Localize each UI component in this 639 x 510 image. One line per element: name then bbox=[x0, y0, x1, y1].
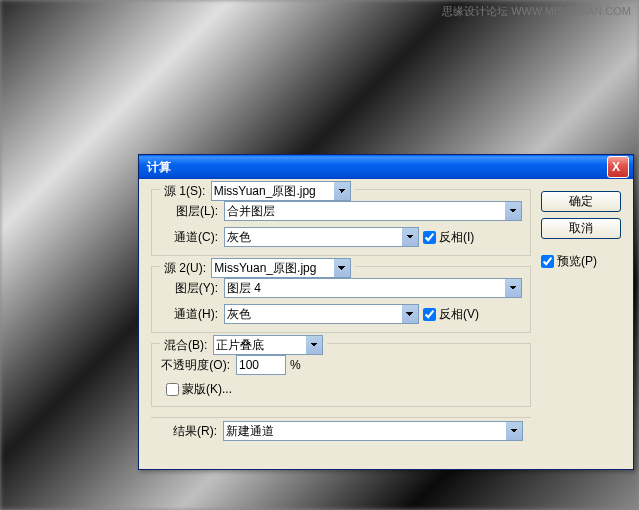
source1-invert-input[interactable] bbox=[423, 231, 436, 244]
source2-file-select[interactable]: MissYuan_原图.jpg bbox=[211, 258, 351, 278]
result-label: 结果(R): bbox=[159, 423, 219, 440]
source2-invert-checkbox[interactable]: 反相(V) bbox=[423, 306, 479, 323]
opacity-label: 不透明度(O): bbox=[160, 357, 232, 374]
cancel-button[interactable]: 取消 bbox=[541, 218, 621, 239]
calculations-dialog: 计算 X 源 1(S): MissYuan_原图.jpg 图层(L): 合并图层… bbox=[138, 154, 634, 470]
source2-group: 源 2(U): MissYuan_原图.jpg 图层(Y): 图层 4 通道(H… bbox=[151, 266, 531, 333]
dialog-title: 计算 bbox=[143, 159, 607, 176]
source1-invert-checkbox[interactable]: 反相(I) bbox=[423, 229, 474, 246]
source1-layer-label: 图层(L): bbox=[160, 203, 220, 220]
source1-file-select[interactable]: MissYuan_原图.jpg bbox=[211, 181, 351, 201]
blend-label: 混合(B): 正片叠底 bbox=[160, 335, 327, 355]
close-button[interactable]: X bbox=[607, 156, 629, 178]
source1-label: 源 1(S): MissYuan_原图.jpg bbox=[160, 181, 355, 201]
source2-invert-input[interactable] bbox=[423, 308, 436, 321]
source2-layer-label: 图层(Y): bbox=[160, 280, 220, 297]
blend-mode-select[interactable]: 正片叠底 bbox=[213, 335, 323, 355]
source1-group: 源 1(S): MissYuan_原图.jpg 图层(L): 合并图层 通道(C… bbox=[151, 189, 531, 256]
mask-input[interactable] bbox=[166, 383, 179, 396]
result-select[interactable]: 新建通道 bbox=[223, 421, 523, 441]
dialog-titlebar[interactable]: 计算 X bbox=[139, 155, 633, 179]
ok-button[interactable]: 确定 bbox=[541, 191, 621, 212]
result-group: 结果(R): 新建通道 bbox=[151, 417, 531, 445]
blend-group: 混合(B): 正片叠底 不透明度(O): % 蒙版(K)... bbox=[151, 343, 531, 407]
source2-channel-label: 通道(H): bbox=[160, 306, 220, 323]
mask-checkbox[interactable]: 蒙版(K)... bbox=[166, 381, 232, 398]
close-icon: X bbox=[608, 160, 628, 174]
opacity-input[interactable] bbox=[236, 355, 286, 375]
source2-channel-select[interactable]: 灰色 bbox=[224, 304, 419, 324]
source1-channel-select[interactable]: 灰色 bbox=[224, 227, 419, 247]
source2-layer-select[interactable]: 图层 4 bbox=[224, 278, 522, 298]
opacity-suffix: % bbox=[290, 358, 301, 372]
preview-input[interactable] bbox=[541, 255, 554, 268]
source2-label: 源 2(U): MissYuan_原图.jpg bbox=[160, 258, 355, 278]
preview-checkbox[interactable]: 预览(P) bbox=[541, 253, 621, 270]
source1-layer-select[interactable]: 合并图层 bbox=[224, 201, 522, 221]
source1-channel-label: 通道(C): bbox=[160, 229, 220, 246]
watermark-text: 思缘设计论坛 WWW.MISSYUAN.COM bbox=[442, 4, 631, 19]
